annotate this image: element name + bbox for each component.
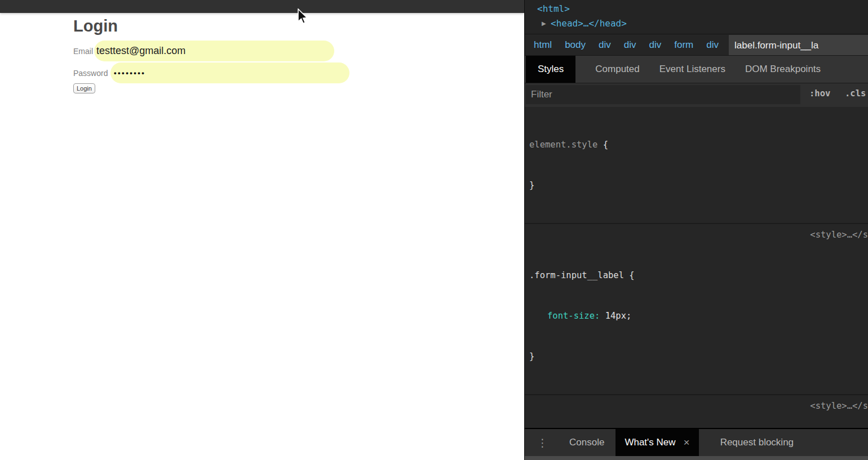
open-brace: { <box>624 270 635 280</box>
tab-styles[interactable]: Styles <box>526 56 575 83</box>
stylesheet-link[interactable]: <style>…</s <box>810 399 868 413</box>
mouse-cursor-icon <box>297 8 308 25</box>
tab-dom-breakpoints[interactable]: DOM Breakpoints <box>745 56 821 83</box>
devtools-drawer: ⋮ Console What's New× Request blocking <box>525 428 868 460</box>
breadcrumb-item-html[interactable]: html <box>534 39 552 51</box>
breadcrumb-item-form[interactable]: form <box>674 39 693 51</box>
css-property-name[interactable]: font-size: <box>547 311 600 321</box>
breadcrumb-item-div[interactable]: div <box>599 39 611 51</box>
email-field[interactable] <box>94 41 334 61</box>
login-button[interactable]: Login <box>73 83 95 93</box>
open-brace: { <box>597 140 608 150</box>
pseudo-state-toggle[interactable]: :hov <box>809 88 830 99</box>
password-label: Password <box>73 69 108 78</box>
tab-event-listeners[interactable]: Event Listeners <box>659 56 725 83</box>
password-field[interactable] <box>110 62 349 83</box>
close-icon[interactable]: × <box>684 436 690 449</box>
drawer-tab-whats-new[interactable]: What's New× <box>615 429 698 456</box>
drawer-tab-label: What's New <box>625 437 675 448</box>
devtools-panel: <html> ▶ <head>…</head> html body div di… <box>524 0 868 460</box>
drawer-tab-request-blocking[interactable]: Request blocking <box>720 429 794 456</box>
browser-viewport: Login Email Password Login <box>0 0 524 460</box>
rule-form-input-label: <style>…</s .form-input__label { font-si… <box>525 224 868 394</box>
dom-node-html[interactable]: <html> <box>537 3 570 14</box>
css-property-value[interactable]: 14px; <box>605 311 632 321</box>
close-brace: } <box>525 350 868 363</box>
rule-element-style: element.style { } <box>525 107 868 223</box>
breadcrumb-item-body[interactable]: body <box>565 39 586 51</box>
email-label: Email <box>73 47 93 56</box>
styles-pane: element.style { } <style>…</s .form-inpu… <box>525 107 868 428</box>
breadcrumb-item-selected[interactable]: label.form-input__la <box>729 35 868 55</box>
stylesheet-link[interactable]: <style>…</s <box>810 228 868 242</box>
drawer-tab-console[interactable]: Console <box>569 429 604 456</box>
drawer-tab-bar: ⋮ Console What's New× Request blocking <box>525 429 868 456</box>
elements-dom-tree: <html> ▶ <head>…</head> <box>525 0 868 34</box>
class-toggle[interactable]: .cls <box>845 88 866 99</box>
dom-node-head[interactable]: <head>…</head> <box>551 18 627 29</box>
filter-input[interactable] <box>526 85 800 104</box>
breadcrumb-item-div[interactable]: div <box>649 39 661 51</box>
breadcrumb: html body div div div form div label.for… <box>525 34 868 55</box>
breadcrumb-item-div[interactable]: div <box>624 39 636 51</box>
breadcrumb-item-div[interactable]: div <box>706 39 719 51</box>
rule-selector[interactable]: element.style <box>529 140 597 150</box>
screenshot-root: Login Email Password Login <html> ▶ <hea… <box>0 0 868 460</box>
rule-selector[interactable]: .form-input__label <box>529 270 624 280</box>
tab-computed[interactable]: Computed <box>595 56 639 83</box>
sidebar-tab-bar: Styles Computed Event Listeners DOM Brea… <box>525 55 868 83</box>
close-brace: } <box>525 178 868 192</box>
expand-arrow-icon[interactable]: ▶ <box>542 20 546 26</box>
styles-filter-bar: :hov .cls <box>525 83 868 107</box>
page-title: Login <box>73 17 118 35</box>
drawer-content-edge <box>525 456 868 460</box>
browser-top-bar <box>0 0 524 13</box>
drawer-menu-icon[interactable]: ⋮ <box>537 429 548 456</box>
